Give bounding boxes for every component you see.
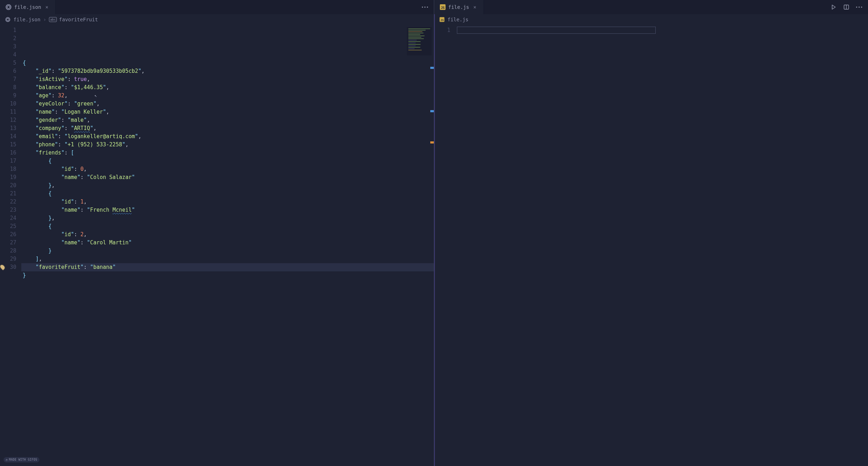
code-line[interactable]: "gender": "male", <box>21 116 434 124</box>
code-line[interactable]: "id": 2, <box>21 231 434 239</box>
code-line[interactable]: "name": "Logan Keller", <box>21 108 434 116</box>
code-line[interactable]: "name": "Colon Salazar" <box>21 173 434 181</box>
code-line[interactable] <box>21 280 434 288</box>
code-line[interactable]: "company": "ARTIQ", <box>21 124 434 132</box>
code-line[interactable]: }, <box>21 181 434 190</box>
code-line[interactable]: { <box>21 157 434 165</box>
json-file-icon <box>5 17 10 22</box>
svg-point-7 <box>861 6 862 7</box>
more-icon[interactable] <box>421 3 429 11</box>
tab-file-js[interactable]: JS file.js × <box>434 0 484 14</box>
code-line[interactable]: "age": 32, <box>21 92 434 100</box>
close-icon[interactable]: × <box>44 4 50 10</box>
tab-label: file.json <box>14 4 41 10</box>
tab-file-json[interactable]: file.json × <box>0 0 56 14</box>
code-line[interactable]: "favoriteFruit": "banana" <box>21 263 434 271</box>
json-file-icon <box>6 4 11 10</box>
tab-actions-left <box>421 0 434 14</box>
breadcrumb-file[interactable]: file.js <box>448 17 469 22</box>
code-line[interactable]: "name": "French Mcneil" <box>21 206 434 214</box>
code-line[interactable]: "name": "Carol Martin" <box>21 239 434 247</box>
overview-marker <box>430 110 434 112</box>
tab-label: file.js <box>448 4 469 10</box>
breadcrumb-symbol[interactable]: abc favoriteFruit <box>49 17 98 22</box>
editor-left[interactable]: 1234567891011121314151617181920212223242… <box>0 25 434 466</box>
breadcrumb-left[interactable]: file.json › abc favoriteFruit <box>0 14 434 25</box>
code-area-left[interactable]: { "_id": "5973782bdb9a930533b05cb2", "is… <box>21 25 434 466</box>
line-gutter-right: 1 <box>434 25 455 466</box>
code-line[interactable]: }, <box>21 214 434 222</box>
run-icon[interactable] <box>830 3 837 11</box>
code-line[interactable]: "balance": "$1,446.35", <box>21 83 434 92</box>
watermark-badge: ◔ MADE WITH GIFOS <box>4 457 39 462</box>
code-line[interactable]: ], <box>21 255 434 263</box>
code-line[interactable]: "id": 0, <box>21 165 434 173</box>
svg-point-0 <box>422 6 423 7</box>
code-line[interactable]: "phone": "+1 (952) 533-2258", <box>21 141 434 149</box>
svg-point-5 <box>856 6 857 7</box>
code-line[interactable] <box>21 51 434 59</box>
more-icon[interactable] <box>855 3 863 11</box>
svg-point-6 <box>858 6 859 7</box>
editor-right[interactable]: 1 <box>434 25 868 466</box>
tab-bar-right: JS file.js × <box>434 0 868 14</box>
close-icon[interactable]: × <box>472 4 478 10</box>
minimap[interactable] <box>407 27 432 55</box>
js-file-icon: JS <box>440 4 446 10</box>
editor-pane-left: file.json × file.json › abc favoriteFrui… <box>0 0 434 466</box>
tab-bar-left: file.json × <box>0 0 434 14</box>
code-line[interactable]: } <box>21 271 434 280</box>
breadcrumb-file[interactable]: file.json <box>13 17 40 22</box>
code-line[interactable]: { <box>21 59 434 67</box>
overview-marker <box>430 67 434 69</box>
code-line[interactable]: "isActive": true, <box>21 75 434 83</box>
code-line[interactable]: { <box>21 222 434 231</box>
code-line[interactable]: "friends": [ <box>21 149 434 157</box>
svg-point-1 <box>424 6 425 7</box>
code-area-right[interactable] <box>455 25 868 466</box>
code-line[interactable]: { <box>21 190 434 198</box>
code-line[interactable]: "eyeColor": "green", <box>21 100 434 108</box>
code-line[interactable]: "id": 1, <box>21 198 434 206</box>
editor-pane-right: JS file.js × JS file.js 1 <box>434 0 868 466</box>
svg-point-2 <box>427 6 428 7</box>
chevron-right-icon: › <box>43 17 46 22</box>
cursor-line-highlight <box>457 27 656 34</box>
split-editor-icon[interactable] <box>842 3 850 11</box>
code-line[interactable]: "_id": "5973782bdb9a930533b05cb2", <box>21 67 434 75</box>
tab-actions-right <box>830 0 868 14</box>
code-line[interactable]: "email": "logankeller@artiq.com", <box>21 132 434 141</box>
line-gutter-left: 1234567891011121314151617181920212223242… <box>0 25 21 466</box>
badge-icon: ◔ <box>6 458 7 461</box>
code-line[interactable]: } <box>21 247 434 255</box>
code-line[interactable] <box>455 26 868 34</box>
app-root: file.json × file.json › abc favoriteFrui… <box>0 0 868 466</box>
code-line[interactable] <box>21 288 434 296</box>
breadcrumb-right[interactable]: JS file.js <box>434 14 868 25</box>
js-file-icon: JS <box>440 17 444 22</box>
overview-marker <box>430 141 434 143</box>
breadcrumb-symbol-label: favoriteFruit <box>59 17 98 22</box>
badge-text: MADE WITH GIFOS <box>9 458 37 461</box>
symbol-abc-icon: abc <box>49 17 57 22</box>
